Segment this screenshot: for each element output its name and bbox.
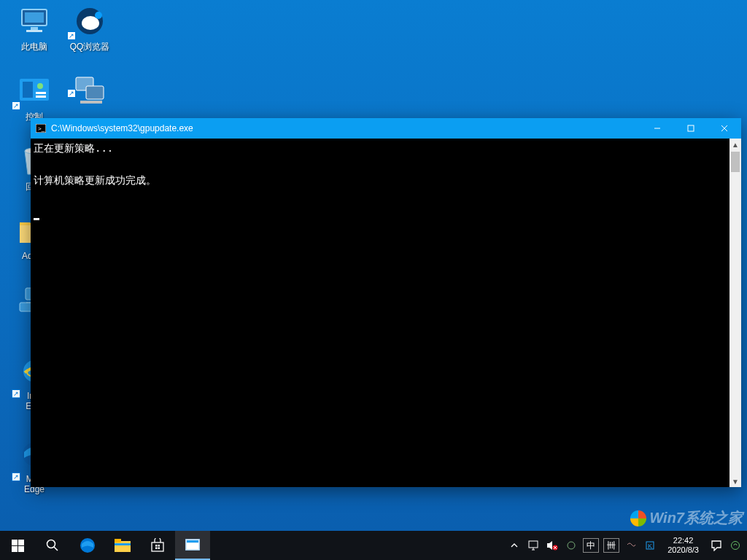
ime-mode[interactable]: 卌 xyxy=(603,538,619,553)
action-center-icon[interactable] xyxy=(709,538,724,553)
console-output: 正在更新策略... 计算机策略更新成功完成。 xyxy=(31,139,729,487)
qq-browser-icon xyxy=(73,4,107,38)
watermark-logo-icon xyxy=(630,510,646,526)
svg-rect-39 xyxy=(115,543,131,545)
network-icon[interactable] xyxy=(526,538,541,553)
start-button[interactable] xyxy=(0,531,35,560)
minimize-button[interactable] xyxy=(640,118,674,139)
volume-muted-icon[interactable] xyxy=(545,538,560,553)
desktop-icon-control-panel[interactable]: ↗控制 xyxy=(7,74,61,123)
svg-rect-2 xyxy=(31,27,38,30)
svg-line-35 xyxy=(54,547,58,551)
svg-rect-48 xyxy=(529,541,538,548)
watermark-text: Win7系统之家 xyxy=(649,508,743,528)
cmd-icon: >_ xyxy=(31,124,51,133)
date-text: 2020/8/3 xyxy=(667,545,699,555)
svg-point-8 xyxy=(37,83,43,89)
svg-point-34 xyxy=(47,540,55,548)
this-pc-icon xyxy=(18,4,51,38)
tray-corner-icon[interactable] xyxy=(728,538,743,553)
tray-chevron-up-icon[interactable] xyxy=(507,538,522,553)
taskbar-store[interactable] xyxy=(140,531,175,560)
svg-point-57 xyxy=(732,542,740,550)
svg-rect-3 xyxy=(26,30,42,32)
shortcut-arrow-icon: ↗ xyxy=(12,472,20,481)
svg-rect-27 xyxy=(688,125,694,131)
svg-rect-38 xyxy=(115,539,121,542)
titlebar[interactable]: >_ C:\Windows\system32\gpupdate.exe xyxy=(31,118,741,139)
svg-rect-37 xyxy=(115,541,131,552)
svg-rect-12 xyxy=(86,86,104,99)
taskbar-file-explorer[interactable] xyxy=(105,531,140,560)
svg-text:K: K xyxy=(648,542,652,550)
scroll-thumb[interactable] xyxy=(731,152,740,172)
svg-rect-30 xyxy=(12,540,18,545)
system-tray: 中 卌 K 22:42 2020/8/3 xyxy=(503,531,747,560)
close-button[interactable] xyxy=(708,118,741,139)
tray-extra2-icon[interactable] xyxy=(624,538,638,553)
ime-language[interactable]: 中 xyxy=(583,538,599,553)
svg-rect-31 xyxy=(18,540,24,545)
time-text: 22:42 xyxy=(667,536,699,545)
scroll-down-icon[interactable]: ▼ xyxy=(729,475,741,487)
svg-point-54 xyxy=(568,542,575,549)
svg-rect-40 xyxy=(152,542,163,551)
svg-rect-10 xyxy=(36,96,46,98)
svg-rect-9 xyxy=(36,92,46,94)
svg-point-5 xyxy=(95,12,102,19)
desktop-icon-this-pc[interactable]: 此电脑 xyxy=(7,4,61,53)
svg-rect-33 xyxy=(18,546,24,552)
control-panel-icon xyxy=(18,74,51,108)
svg-rect-43 xyxy=(155,548,158,550)
svg-rect-32 xyxy=(12,546,18,552)
taskbar: 中 卌 K 22:42 2020/8/3 xyxy=(0,531,747,560)
taskbar-running-console[interactable] xyxy=(175,531,210,560)
taskbar-edge[interactable] xyxy=(70,531,105,560)
scrollbar[interactable]: ▲ ▼ xyxy=(729,139,741,487)
shortcut-arrow-icon: ↗ xyxy=(12,389,20,398)
scroll-up-icon[interactable]: ▲ xyxy=(729,139,741,150)
svg-rect-42 xyxy=(158,545,160,547)
tray-konka-icon[interactable]: K xyxy=(643,538,657,553)
console-window: >_ C:\Windows\system32\gpupdate.exe 正在更新… xyxy=(31,118,741,487)
svg-rect-1 xyxy=(25,12,44,23)
desktop-icon-manage-pc[interactable]: ↗ xyxy=(63,74,117,111)
svg-rect-13 xyxy=(80,101,102,104)
svg-rect-47 xyxy=(187,543,198,549)
watermark: Win7系统之家 xyxy=(630,508,743,528)
tray-extra1-icon[interactable] xyxy=(564,538,578,553)
manage-pc-icon xyxy=(73,74,107,108)
clock[interactable]: 22:42 2020/8/3 xyxy=(662,536,705,555)
window-title: C:\Windows\system32\gpupdate.exe xyxy=(51,123,640,133)
svg-rect-7 xyxy=(23,82,33,98)
svg-rect-44 xyxy=(158,548,160,550)
svg-text:>_: >_ xyxy=(38,125,45,132)
svg-rect-46 xyxy=(187,540,198,542)
shortcut-arrow-icon: ↗ xyxy=(67,89,76,98)
desktop-icon-qq-browser[interactable]: ↗QQ浏览器 xyxy=(63,4,117,53)
desktop-icon-label: 此电脑 xyxy=(21,41,47,53)
shortcut-arrow-icon: ↗ xyxy=(12,101,20,110)
search-button[interactable] xyxy=(35,531,70,560)
desktop-icon-label: QQ浏览器 xyxy=(70,41,110,53)
svg-rect-41 xyxy=(155,545,158,547)
shortcut-arrow-icon: ↗ xyxy=(67,31,76,40)
maximize-button[interactable] xyxy=(674,118,708,139)
